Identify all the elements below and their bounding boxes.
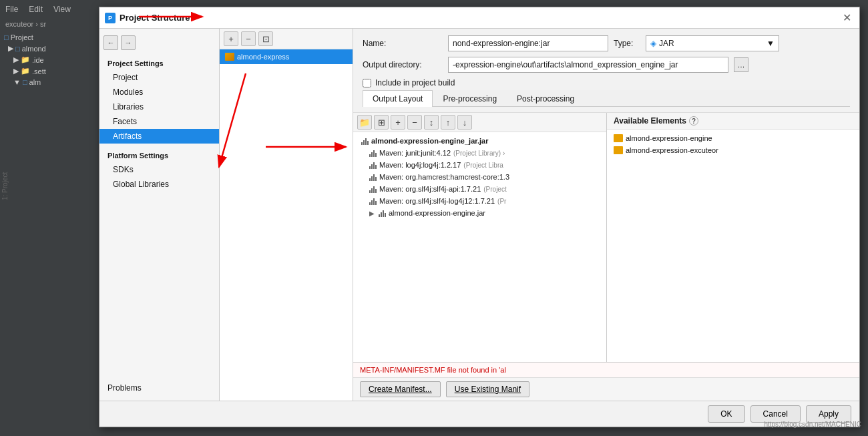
menu-edit[interactable]: Edit — [26, 3, 45, 15]
name-label: Name: — [363, 39, 443, 48]
file-item-log4j[interactable]: Maven: log4j:log4j:1.2.17 (Project Libra — [353, 159, 606, 171]
nav-modules[interactable]: Modules — [99, 85, 219, 99]
forward-button[interactable]: → — [121, 35, 136, 50]
file-item-engine-jar[interactable]: ▶ almond-expression-engine.jar — [353, 207, 606, 219]
nav-artifacts[interactable]: Artifacts — [99, 129, 219, 144]
expand-arrow-icon: ▶ — [369, 210, 375, 217]
dialog-body: ← → Project Settings Project Modules Lib… — [99, 29, 859, 401]
avail-excuteor-label: almond-expression-excuteor — [626, 146, 718, 154]
output-dir-input[interactable] — [448, 57, 728, 73]
ide-breadcrumb: excuteor › sr — [0, 19, 99, 29]
project-settings-title: Project Settings — [99, 54, 219, 70]
use-existing-manifest-btn[interactable]: Use Existing Manif — [446, 381, 529, 397]
ide-menu-bar: File Edit View — [0, 0, 99, 19]
avail-header-text: Available Elements — [614, 116, 686, 126]
folder-icon-engine — [614, 134, 623, 142]
avail-engine-label: almond-expression-engine — [626, 134, 712, 142]
bar-chart-icon — [361, 137, 369, 145]
file-item-junit[interactable]: Maven: junit:junit:4.12 (Project Library… — [353, 147, 606, 159]
back-button[interactable]: ← — [103, 35, 118, 50]
dialog-titlebar: P Project Structure ✕ — [99, 7, 859, 29]
help-icon[interactable]: ? — [689, 116, 698, 126]
ide-tree-ide[interactable]: ▶ 📁 .ide — [0, 54, 99, 65]
ok-button[interactable]: OK — [708, 405, 744, 423]
artifacts-tree-panel: + − ⊡ almond-express — [220, 29, 353, 401]
slf4j-log4j-suffix: (Pr — [497, 198, 506, 205]
file-tree: 📁 ⊞ + − ↕ ↑ ↓ almo — [353, 113, 607, 362]
slf4j-label: Maven: org.slf4j:slf4j-api:1.7.21 — [379, 185, 481, 193]
bar-icon-hamcrest — [369, 173, 377, 181]
browse-button[interactable]: … — [734, 57, 748, 72]
file-tree-sort-btn[interactable]: ↕ — [424, 115, 439, 130]
file-item-slf4j[interactable]: Maven: org.slf4j:slf4j-api:1.7.21 (Proje… — [353, 183, 606, 195]
ide-tree-almond[interactable]: ▶ □ almond — [0, 43, 99, 54]
menu-view[interactable]: View — [51, 3, 73, 15]
hamcrest-label: Maven: org.hamcrest:hamcrest-core:1.3 — [379, 173, 509, 181]
warning-row: META-INF/MANIFEST.MF file not found in '… — [353, 363, 859, 378]
include-label[interactable]: Include in project build — [375, 78, 455, 87]
nav-problems[interactable]: Problems — [99, 381, 219, 395]
bar-icon-log4j — [369, 161, 377, 169]
log4j-suffix: (Project Libra — [463, 162, 503, 169]
file-tree-up-btn[interactable]: ↑ — [441, 115, 455, 130]
jar-icon — [225, 53, 234, 61]
layout-area: 📁 ⊞ + − ↕ ↑ ↓ almo — [353, 113, 859, 362]
output-dir-label: Output directory: — [363, 60, 443, 69]
include-checkbox[interactable] — [363, 79, 371, 87]
avail-item-engine[interactable]: almond-expression-engine — [607, 132, 859, 144]
tree-copy-btn[interactable]: ⊡ — [258, 31, 273, 46]
bar-icon-slf4j-log4j — [369, 197, 377, 205]
ide-project-tree: □ Project ▶ □ almond ▶ 📁 .ide ▶ 📁 .sett … — [0, 29, 99, 90]
nav-project[interactable]: Project — [99, 70, 219, 85]
tab-postprocessing[interactable]: Post-processing — [507, 90, 584, 107]
file-tree-folder-btn[interactable]: 📁 — [357, 115, 372, 130]
file-tree-down-btn[interactable]: ↓ — [457, 115, 472, 130]
ide-tree-sett[interactable]: ▶ 📁 .sett — [0, 65, 99, 77]
close-button[interactable]: ✕ — [840, 13, 854, 23]
tree-add-btn[interactable]: + — [224, 31, 238, 46]
project-icon: P — [105, 13, 116, 23]
junit-suffix: (Project Library) › — [453, 150, 505, 157]
bar-icon-junit — [369, 149, 377, 157]
create-manifest-btn[interactable]: Create Manifest... — [360, 381, 441, 397]
artifact-name: almond-express — [237, 53, 289, 61]
file-tree-grid-btn[interactable]: ⊞ — [374, 115, 389, 130]
detail-top: Name: Type: ◈JAR ▼ Output directory: … — [353, 29, 859, 113]
avail-content: almond-expression-engine almond-expressi… — [607, 130, 859, 362]
output-dir-row: Output directory: … — [363, 57, 850, 73]
type-label: Type: — [614, 39, 640, 48]
nav-sdks[interactable]: SDKs — [99, 162, 219, 177]
tab-output-layout[interactable]: Output Layout — [363, 90, 433, 107]
file-tree-remove-btn[interactable]: − — [407, 115, 422, 130]
file-tree-add-btn[interactable]: + — [391, 115, 405, 130]
file-item-hamcrest[interactable]: Maven: org.hamcrest:hamcrest-core:1.3 — [353, 171, 606, 183]
ide-tree-project[interactable]: □ Project — [0, 32, 99, 43]
engine-jar-label: almond-expression-engine.jar — [389, 209, 485, 217]
left-nav: ← → Project Settings Project Modules Lib… — [99, 29, 220, 401]
file-root-jar[interactable]: almond-expression-engine_jar.jar — [353, 135, 606, 147]
ide-tree-alm[interactable]: ▼ □ alm — [0, 77, 99, 87]
bar-icon-slf4j — [369, 185, 377, 193]
tabs-bar: Output Layout Pre-processing Post-proces… — [363, 90, 850, 107]
file-tree-toolbar: 📁 ⊞ + − ↕ ↑ ↓ — [353, 113, 606, 132]
slf4j-suffix: (Project — [483, 186, 506, 193]
nav-facets[interactable]: Facets — [99, 114, 219, 129]
junit-label: Maven: junit:junit:4.12 — [379, 149, 451, 157]
type-select[interactable]: ◈JAR ▼ — [646, 35, 779, 51]
avail-header: Available Elements ? — [607, 113, 859, 130]
nav-libraries[interactable]: Libraries — [99, 99, 219, 114]
menu-file[interactable]: File — [3, 3, 21, 15]
ide-sidebar: File Edit View excuteor › sr □ Project ▶… — [0, 0, 99, 436]
select-chevron-icon: ▼ — [767, 39, 775, 48]
action-btns: Create Manifest... Use Existing Manif — [353, 378, 859, 401]
name-input[interactable] — [448, 35, 608, 51]
file-item-slf4j-log4j[interactable]: Maven: org.slf4j:slf4j-log4j12:1.7.21 (P… — [353, 195, 606, 207]
tab-preprocessing[interactable]: Pre-processing — [433, 90, 507, 107]
detail-panel: Name: Type: ◈JAR ▼ Output directory: … — [353, 29, 859, 401]
platform-settings-title: Platform Settings — [99, 144, 219, 162]
jar-type-icon: ◈ — [650, 39, 656, 48]
nav-global-libraries[interactable]: Global Libraries — [99, 177, 219, 192]
tree-remove-btn[interactable]: − — [241, 31, 256, 46]
artifact-tree-item[interactable]: almond-express — [220, 49, 353, 64]
avail-item-excuteor[interactable]: almond-expression-excuteor — [607, 144, 859, 156]
